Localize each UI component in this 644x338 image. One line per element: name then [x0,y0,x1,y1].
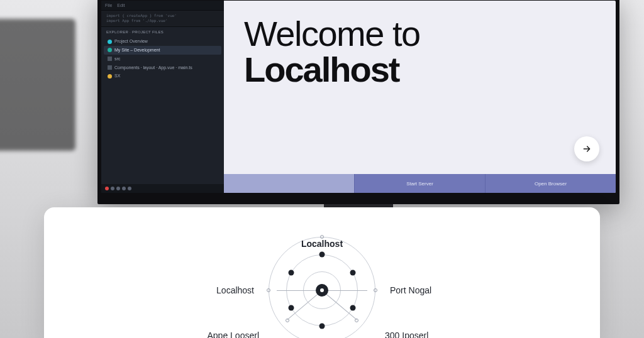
secondary-monitor [0,19,75,151]
diagram-label-bottom-left: Appe Looserl [207,330,259,338]
center-node [316,284,328,297]
tree-item-sx[interactable]: SX [104,72,221,80]
welcome-body: Welcome to Localhost [224,1,616,174]
diagram-label-top: Localhost [301,239,343,249]
status-dot-icon [111,187,114,190]
diagram-tick [374,288,377,292]
tree-item-components[interactable]: Components · layout · App.vue · main.ts [104,63,221,72]
diagram-node [319,252,325,258]
ide-statusbar [101,184,224,193]
welcome-heading: Welcome to Localhost [244,16,596,87]
status-dot-icon [122,187,126,190]
arrow-right-icon [582,144,592,154]
tree-item-label: Project Overview [114,38,148,45]
tree-item-overview[interactable]: Project Overview [104,37,221,46]
tab-blank[interactable] [224,174,355,193]
explorer-title: EXPLORER · PROJECT FILES [101,27,224,36]
diagram-node [289,270,294,276]
status-dot-icon [116,187,120,190]
main-monitor: File Edit import { createApp } from 'vue… [97,0,619,204]
tree-item-site[interactable]: My Site – Development [104,46,221,55]
welcome-heading-line1: Welcome to [244,16,596,52]
tree-item-label: src [114,56,120,62]
ide-menu-item[interactable]: File [105,3,112,9]
diagram-node [289,305,294,311]
welcome-heading-line2: Localhost [244,52,596,87]
welcome-panel: Welcome to Localhost Start Server Open B… [224,1,616,193]
ide-menu-item[interactable]: Edit [117,3,125,9]
file-tree: Project Overview My Site – Development s… [101,36,224,82]
status-dot-icon [128,187,131,190]
code-line: import { createApp } from 'vue' [106,13,219,18]
tree-item-label: My Site – Development [114,47,160,53]
diagram-label-right: Port Nogal [390,285,431,295]
folder-icon [108,48,112,52]
monitor-screen: File Edit import { createApp } from 'vue… [101,1,616,193]
status-dot-icon [105,187,109,190]
welcome-tabs: Start Server Open Browser [224,174,616,193]
diagram-tick [286,319,289,322]
tree-item-label: Components · layout · App.vue · main.ts [114,65,192,71]
diagram-label-bottom-right: 300 Iposerl [385,330,428,338]
tree-item-src[interactable]: src [104,55,221,63]
radial-diagram: Localhost Localhost Port Nogal Appe Loos… [177,212,467,338]
diagram-node [350,305,356,311]
tree-item-label: SX [114,73,120,79]
diagram-label-left: Localhost [216,285,254,295]
spoke [322,290,367,291]
diagram-tick [267,288,270,292]
diagram-node [319,324,325,329]
diagram-card: Localhost Localhost Port Nogal Appe Loos… [44,207,600,338]
file-icon [108,74,112,79]
tab-open-browser[interactable]: Open Browser [486,174,616,193]
folder-icon [108,57,112,61]
ide-menubar: File Edit [101,1,224,11]
folder-icon [108,40,112,44]
diagram-node [350,270,356,276]
file-icon [108,65,112,70]
tab-start-server[interactable]: Start Server [355,174,486,193]
ide-panel: File Edit import { createApp } from 'vue… [101,1,224,193]
diagram-tick [355,319,358,322]
code-line: import App from './App.vue' [106,18,219,23]
ide-code-preview: import { createApp } from 'vue' import A… [101,11,224,27]
next-button[interactable] [574,136,599,161]
